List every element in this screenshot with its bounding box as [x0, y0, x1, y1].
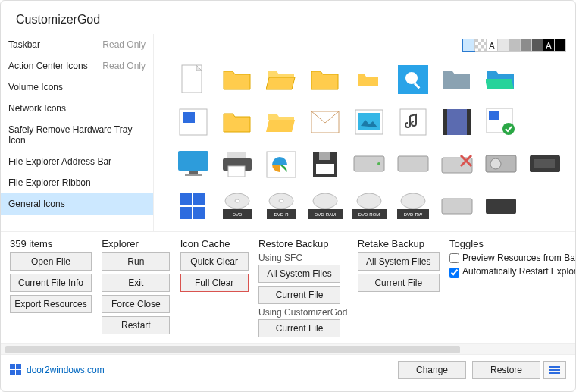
- music-icon[interactable]: [395, 105, 431, 139]
- file-info-button[interactable]: Current File Info: [10, 274, 92, 292]
- svg-point-15: [502, 123, 515, 135]
- sidebar-item-network[interactable]: Network Icons: [1, 98, 153, 119]
- website-link[interactable]: door2windows.com: [10, 364, 105, 376]
- drive-icon[interactable]: [395, 148, 431, 181]
- document-icon[interactable]: [175, 63, 211, 96]
- change-button[interactable]: Change: [398, 361, 466, 379]
- svg-rect-16: [178, 151, 208, 171]
- svg-rect-35: [193, 193, 205, 205]
- mail-icon[interactable]: [307, 105, 343, 139]
- monitor-icon[interactable]: [175, 148, 211, 181]
- windows-icon[interactable]: [175, 190, 211, 224]
- printer-icon[interactable]: [219, 148, 255, 181]
- export-button[interactable]: Export Resources: [10, 295, 92, 313]
- sidebar-item-taskbar[interactable]: TaskbarRead Only: [1, 34, 153, 55]
- sidebar: TaskbarRead Only Action Center IconsRead…: [1, 34, 154, 231]
- icon-grid: DVD DVD-R DVD-RAM DVD-ROM DVD-RW: [160, 63, 569, 224]
- folder-small-icon[interactable]: [351, 63, 387, 96]
- force-close-button[interactable]: Force Close: [102, 295, 170, 313]
- swatch[interactable]: [531, 39, 543, 51]
- restore-current-god-button[interactable]: Current File: [258, 319, 340, 337]
- svg-text:DVD-R: DVD-R: [274, 212, 290, 217]
- restart-button[interactable]: Restart: [102, 316, 170, 334]
- folder-icon[interactable]: [219, 105, 255, 139]
- svg-rect-37: [193, 207, 205, 219]
- swatch-selected[interactable]: [463, 39, 474, 51]
- horizontal-scrollbar[interactable]: [1, 343, 575, 354]
- svg-point-2: [405, 72, 418, 84]
- retake-current-button[interactable]: Current File: [358, 274, 440, 292]
- drive-icon[interactable]: [439, 190, 475, 224]
- dvd-rom-icon[interactable]: DVD-ROM: [351, 190, 387, 224]
- svg-text:DVD-RW: DVD-RW: [404, 212, 423, 217]
- exit-button[interactable]: Exit: [102, 274, 170, 292]
- swatch-black-a[interactable]: A: [543, 39, 554, 51]
- swatch[interactable]: [497, 39, 509, 51]
- restore-current-sfc-button[interactable]: Current File: [258, 286, 340, 304]
- svg-text:DVD-ROM: DVD-ROM: [358, 212, 380, 217]
- hdd-icon[interactable]: [483, 148, 519, 181]
- restore-all-sfc-button[interactable]: All System Files: [258, 265, 340, 283]
- dvd-ram-icon[interactable]: DVD-RAM: [307, 190, 343, 224]
- floppy-icon[interactable]: [307, 148, 343, 181]
- run-button[interactable]: Run: [102, 252, 170, 271]
- video-icon[interactable]: [439, 105, 475, 139]
- app-window-icon[interactable]: [175, 105, 211, 139]
- dvd-icon[interactable]: DVD: [219, 190, 255, 224]
- folder-icon[interactable]: [307, 63, 343, 96]
- control-panel-icon[interactable]: [263, 148, 299, 181]
- svg-rect-19: [227, 152, 246, 159]
- app-check-icon[interactable]: [483, 105, 519, 139]
- folder-blue-icon[interactable]: [483, 63, 519, 96]
- open-file-button[interactable]: Open File: [10, 252, 92, 271]
- item-count: 359 items: [10, 238, 92, 249]
- background-swatches[interactable]: A A: [462, 39, 566, 52]
- retake-all-button[interactable]: All System Files: [358, 252, 440, 271]
- sidebar-item-action-center[interactable]: Action Center IconsRead Only: [1, 55, 153, 77]
- swatch[interactable]: [509, 39, 520, 51]
- auto-restart-toggle[interactable]: Automatically Restart Explorer: [449, 266, 575, 277]
- svg-rect-33: [534, 159, 555, 168]
- sidebar-item-volume[interactable]: Volume Icons: [1, 77, 153, 98]
- bottom-panel: 359 items Open File Current File Info Ex…: [1, 231, 575, 343]
- dvd-r-icon[interactable]: DVD-R: [263, 190, 299, 224]
- restore-button[interactable]: Restore: [472, 361, 540, 379]
- svg-rect-12: [467, 109, 471, 135]
- swatch-white-a[interactable]: A: [486, 39, 497, 51]
- swatch-black[interactable]: [554, 39, 565, 51]
- drive-remove-icon[interactable]: [439, 148, 475, 181]
- dvd-rw-icon[interactable]: DVD-RW: [395, 190, 431, 224]
- search-icon[interactable]: [395, 63, 431, 96]
- svg-rect-14: [489, 111, 499, 120]
- ssd-icon[interactable]: [527, 148, 563, 181]
- svg-rect-25: [316, 164, 334, 174]
- folder-open-icon[interactable]: [263, 105, 299, 139]
- svg-point-43: [279, 199, 283, 202]
- sidebar-item-ribbon[interactable]: File Explorer Ribbon: [1, 172, 153, 193]
- sidebar-item-address-bar[interactable]: File Explorer Address Bar: [1, 151, 153, 172]
- folder-open-icon[interactable]: [263, 63, 299, 96]
- drive-dark-icon[interactable]: [483, 190, 519, 224]
- quick-clear-button[interactable]: Quick Clear: [180, 252, 249, 271]
- svg-point-27: [377, 162, 380, 165]
- sidebar-item-safely-remove[interactable]: Safely Remove Hardware Tray Icon: [1, 119, 153, 151]
- swatch[interactable]: [520, 39, 531, 51]
- full-clear-button[interactable]: Full Clear: [180, 274, 249, 292]
- svg-point-39: [235, 199, 239, 202]
- main-area: TaskbarRead Only Action Center IconsRead…: [1, 34, 575, 231]
- preview-toggle[interactable]: Preview Resources from Backup: [449, 252, 575, 263]
- svg-point-31: [490, 158, 501, 169]
- menu-button[interactable]: [543, 361, 566, 379]
- sidebar-item-general-icons[interactable]: General Icons: [1, 193, 153, 215]
- svg-rect-60: [16, 370, 21, 375]
- folder-gray-icon[interactable]: [439, 63, 475, 96]
- drive-icon[interactable]: [351, 148, 387, 181]
- folder-closed-icon[interactable]: [219, 63, 255, 96]
- svg-text:DVD-RAM: DVD-RAM: [315, 212, 336, 217]
- picture-icon[interactable]: [351, 105, 387, 139]
- svg-rect-55: [442, 199, 472, 214]
- svg-rect-34: [180, 193, 192, 205]
- swatch-transparent[interactable]: [474, 39, 486, 51]
- svg-point-49: [357, 193, 381, 209]
- svg-rect-17: [189, 171, 198, 174]
